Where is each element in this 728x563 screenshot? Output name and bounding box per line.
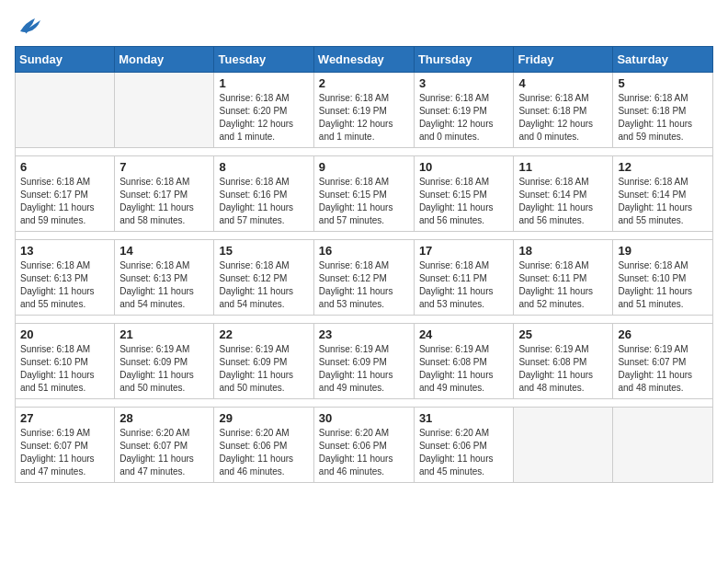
calendar-week-row: 13Sunrise: 6:18 AM Sunset: 6:13 PM Dayli… <box>16 240 713 316</box>
day-info: Sunrise: 6:19 AM Sunset: 6:08 PM Dayligh… <box>419 343 509 395</box>
day-number: 26 <box>618 327 708 341</box>
calendar-cell: 26Sunrise: 6:19 AM Sunset: 6:07 PM Dayli… <box>613 324 713 399</box>
separator-cell <box>16 232 713 240</box>
week-separator <box>16 148 713 156</box>
day-number: 20 <box>20 327 109 341</box>
calendar-cell: 10Sunrise: 6:18 AM Sunset: 6:15 PM Dayli… <box>414 156 514 232</box>
day-info: Sunrise: 6:18 AM Sunset: 6:20 PM Dayligh… <box>219 92 308 144</box>
day-number: 5 <box>618 76 708 90</box>
day-info: Sunrise: 6:18 AM Sunset: 6:18 PM Dayligh… <box>618 92 708 144</box>
week-separator <box>16 232 713 240</box>
day-number: 30 <box>319 411 409 425</box>
day-number: 15 <box>219 244 308 258</box>
day-info: Sunrise: 6:20 AM Sunset: 6:06 PM Dayligh… <box>319 427 409 478</box>
calendar-cell: 6Sunrise: 6:18 AM Sunset: 6:17 PM Daylig… <box>16 156 115 232</box>
calendar-cell: 28Sunrise: 6:20 AM Sunset: 6:07 PM Dayli… <box>115 408 214 483</box>
column-header-tuesday: Tuesday <box>214 47 313 73</box>
day-number: 11 <box>518 160 608 174</box>
day-number: 31 <box>419 411 509 425</box>
day-number: 22 <box>219 327 308 341</box>
day-number: 1 <box>219 76 308 90</box>
calendar-cell: 16Sunrise: 6:18 AM Sunset: 6:12 PM Dayli… <box>313 240 414 316</box>
calendar-cell: 23Sunrise: 6:19 AM Sunset: 6:09 PM Dayli… <box>313 324 414 399</box>
day-number: 17 <box>419 244 509 258</box>
column-header-friday: Friday <box>514 47 613 73</box>
day-number: 23 <box>319 327 409 341</box>
day-info: Sunrise: 6:19 AM Sunset: 6:09 PM Dayligh… <box>119 343 209 395</box>
day-info: Sunrise: 6:19 AM Sunset: 6:07 PM Dayligh… <box>20 427 109 478</box>
calendar-cell: 13Sunrise: 6:18 AM Sunset: 6:13 PM Dayli… <box>16 240 115 316</box>
day-info: Sunrise: 6:18 AM Sunset: 6:13 PM Dayligh… <box>20 259 109 311</box>
calendar-cell: 21Sunrise: 6:19 AM Sunset: 6:09 PM Dayli… <box>115 324 214 399</box>
day-info: Sunrise: 6:18 AM Sunset: 6:19 PM Dayligh… <box>419 92 509 144</box>
day-info: Sunrise: 6:20 AM Sunset: 6:07 PM Dayligh… <box>119 427 209 478</box>
day-number: 4 <box>518 76 608 90</box>
day-number: 21 <box>119 327 209 341</box>
week-separator <box>16 399 713 408</box>
logo-bird-icon <box>17 15 42 35</box>
calendar-cell: 19Sunrise: 6:18 AM Sunset: 6:10 PM Dayli… <box>613 240 713 316</box>
calendar-cell: 30Sunrise: 6:20 AM Sunset: 6:06 PM Dayli… <box>313 408 414 483</box>
calendar-cell: 17Sunrise: 6:18 AM Sunset: 6:11 PM Dayli… <box>414 240 514 316</box>
day-info: Sunrise: 6:20 AM Sunset: 6:06 PM Dayligh… <box>419 427 509 478</box>
day-number: 6 <box>20 160 109 174</box>
day-info: Sunrise: 6:18 AM Sunset: 6:14 PM Dayligh… <box>518 176 608 227</box>
day-info: Sunrise: 6:20 AM Sunset: 6:06 PM Dayligh… <box>219 427 308 478</box>
column-header-monday: Monday <box>115 47 214 73</box>
separator-cell <box>16 148 713 156</box>
day-info: Sunrise: 6:18 AM Sunset: 6:12 PM Dayligh… <box>319 259 409 311</box>
calendar-header-row: SundayMondayTuesdayWednesdayThursdayFrid… <box>16 47 713 73</box>
calendar-cell: 2Sunrise: 6:18 AM Sunset: 6:19 PM Daylig… <box>313 73 414 148</box>
logo <box>15 15 42 35</box>
day-info: Sunrise: 6:18 AM Sunset: 6:19 PM Dayligh… <box>319 92 409 144</box>
day-info: Sunrise: 6:19 AM Sunset: 6:08 PM Dayligh… <box>518 343 608 395</box>
day-info: Sunrise: 6:18 AM Sunset: 6:13 PM Dayligh… <box>119 259 209 311</box>
day-number: 14 <box>119 244 209 258</box>
calendar-cell: 20Sunrise: 6:18 AM Sunset: 6:10 PM Dayli… <box>16 324 115 399</box>
calendar-cell: 29Sunrise: 6:20 AM Sunset: 6:06 PM Dayli… <box>214 408 313 483</box>
day-info: Sunrise: 6:18 AM Sunset: 6:16 PM Dayligh… <box>219 176 308 227</box>
calendar-cell <box>613 408 713 483</box>
column-header-sunday: Sunday <box>16 47 115 73</box>
day-number: 18 <box>518 244 608 258</box>
day-info: Sunrise: 6:19 AM Sunset: 6:07 PM Dayligh… <box>618 343 708 395</box>
calendar-cell <box>115 73 214 148</box>
calendar-cell: 27Sunrise: 6:19 AM Sunset: 6:07 PM Dayli… <box>16 408 115 483</box>
calendar-cell <box>16 73 115 148</box>
day-number: 8 <box>219 160 308 174</box>
day-number: 16 <box>319 244 409 258</box>
page-header <box>15 15 713 35</box>
separator-cell <box>16 316 713 324</box>
day-info: Sunrise: 6:18 AM Sunset: 6:15 PM Dayligh… <box>319 176 409 227</box>
calendar-cell: 8Sunrise: 6:18 AM Sunset: 6:16 PM Daylig… <box>214 156 313 232</box>
day-number: 7 <box>119 160 209 174</box>
calendar-cell: 11Sunrise: 6:18 AM Sunset: 6:14 PM Dayli… <box>514 156 613 232</box>
calendar-week-row: 1Sunrise: 6:18 AM Sunset: 6:20 PM Daylig… <box>16 73 713 148</box>
day-number: 24 <box>419 327 509 341</box>
day-number: 12 <box>618 160 708 174</box>
day-number: 13 <box>20 244 109 258</box>
column-header-thursday: Thursday <box>414 47 514 73</box>
day-number: 19 <box>618 244 708 258</box>
calendar-cell: 31Sunrise: 6:20 AM Sunset: 6:06 PM Dayli… <box>414 408 514 483</box>
week-separator <box>16 316 713 324</box>
day-number: 10 <box>419 160 509 174</box>
calendar-week-row: 20Sunrise: 6:18 AM Sunset: 6:10 PM Dayli… <box>16 324 713 399</box>
day-number: 2 <box>319 76 409 90</box>
calendar-week-row: 27Sunrise: 6:19 AM Sunset: 6:07 PM Dayli… <box>16 408 713 483</box>
calendar-cell: 5Sunrise: 6:18 AM Sunset: 6:18 PM Daylig… <box>613 73 713 148</box>
day-info: Sunrise: 6:18 AM Sunset: 6:17 PM Dayligh… <box>20 176 109 227</box>
calendar-cell: 4Sunrise: 6:18 AM Sunset: 6:18 PM Daylig… <box>514 73 613 148</box>
day-number: 28 <box>119 411 209 425</box>
column-header-wednesday: Wednesday <box>313 47 414 73</box>
day-info: Sunrise: 6:18 AM Sunset: 6:10 PM Dayligh… <box>618 259 708 311</box>
day-number: 3 <box>419 76 509 90</box>
calendar-cell: 18Sunrise: 6:18 AM Sunset: 6:11 PM Dayli… <box>514 240 613 316</box>
column-header-saturday: Saturday <box>613 47 713 73</box>
calendar-cell: 24Sunrise: 6:19 AM Sunset: 6:08 PM Dayli… <box>414 324 514 399</box>
day-number: 9 <box>319 160 409 174</box>
day-number: 27 <box>20 411 109 425</box>
day-info: Sunrise: 6:19 AM Sunset: 6:09 PM Dayligh… <box>219 343 308 395</box>
calendar-cell: 3Sunrise: 6:18 AM Sunset: 6:19 PM Daylig… <box>414 73 514 148</box>
calendar-cell <box>514 408 613 483</box>
